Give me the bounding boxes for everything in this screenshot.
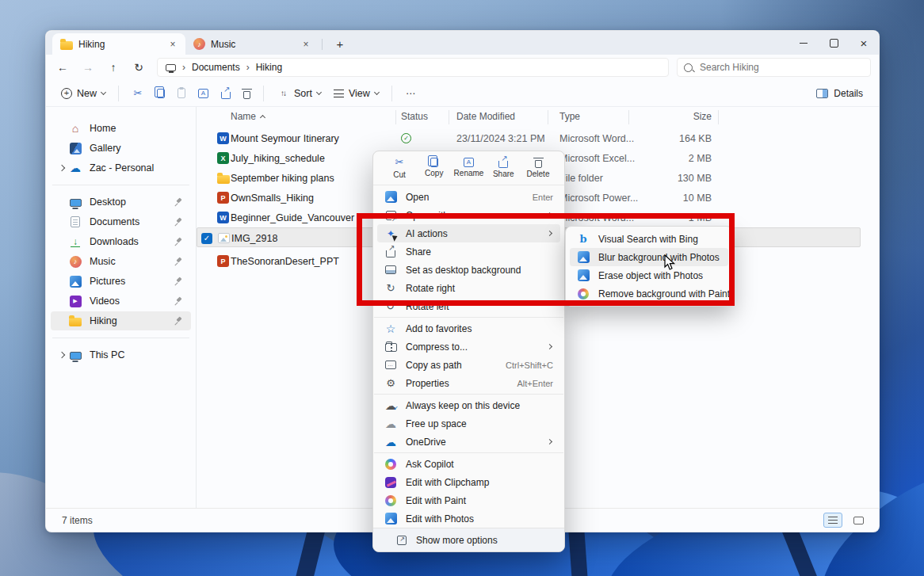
sidebar-item-desktop[interactable]: Desktop <box>51 193 191 212</box>
tab-hiking[interactable]: Hiking <box>52 33 185 55</box>
menu-item-open-with[interactable]: Open with <box>377 206 560 224</box>
close-button[interactable] <box>849 31 879 55</box>
quick-action-share[interactable]: Share <box>488 157 518 178</box>
share-button[interactable] <box>216 85 236 102</box>
copy-button[interactable] <box>151 86 170 101</box>
column-header-name[interactable]: Name <box>231 111 265 122</box>
menu-item-label: Compress to... <box>406 341 539 353</box>
cut-icon <box>393 156 406 169</box>
menu-item-rotate-right[interactable]: Rotate right <box>377 279 560 297</box>
menu-item-share[interactable]: Share <box>377 242 560 261</box>
breadcrumb-item-documents[interactable]: Documents <box>192 62 240 73</box>
column-header-type[interactable]: Type <box>559 111 580 122</box>
large-thumbnails-view-toggle[interactable] <box>849 513 868 528</box>
details-pane-button[interactable]: Details <box>810 85 869 102</box>
new-button[interactable]: New <box>55 85 111 102</box>
minimize-button[interactable] <box>788 31 819 55</box>
menu-item-shortcut: Alt+Enter <box>517 379 553 388</box>
photos-icon <box>385 513 397 525</box>
menu-item-ask-copilot[interactable]: Ask Copilot <box>377 455 560 473</box>
new-label: New <box>77 88 97 99</box>
menu-item-onedrive[interactable]: OneDrive <box>377 433 560 451</box>
sidebar-item-this-pc[interactable]: This PC <box>51 345 191 364</box>
file-name: September hiking plans <box>231 168 334 188</box>
header-separator <box>628 110 629 124</box>
up-button[interactable] <box>101 57 125 78</box>
submenu-item-erase-object-with-photos[interactable]: Erase object with Photos <box>570 266 728 284</box>
view-button[interactable]: View <box>328 85 384 102</box>
sidebar-item-documents[interactable]: Documents <box>51 212 191 231</box>
menu-item-edit-with-paint[interactable]: Edit with Paint <box>377 491 560 509</box>
submenu-item-visual-search-with-bing[interactable]: Visual Search with Bing <box>570 230 728 248</box>
menu-item-properties[interactable]: Properties Alt+Enter <box>377 374 560 392</box>
share-menu-icon <box>386 250 395 257</box>
check-synced-icon <box>401 133 411 143</box>
menu-item-free-up-space[interactable]: Free up space <box>377 414 560 433</box>
sidebar-item-zac-personal[interactable]: Zac - Personal <box>51 158 191 177</box>
submenu-item-remove-background-with-paint[interactable]: Remove background with Paint <box>570 284 728 303</box>
photos-icon <box>578 269 590 281</box>
new-tab-button[interactable]: + <box>330 34 349 53</box>
rename-button[interactable] <box>193 86 214 101</box>
maximize-button[interactable] <box>819 31 849 55</box>
menu-item-rotate-left[interactable]: Rotate left <box>377 297 560 315</box>
menu-item-label: Edit with Clipchamp <box>406 477 553 488</box>
breadcrumb-item-hiking[interactable]: Hiking <box>256 62 282 73</box>
search-input[interactable] <box>698 61 864 74</box>
quick-action-copy[interactable]: Copy <box>419 158 449 177</box>
back-button[interactable] <box>51 57 74 78</box>
quick-action-delete[interactable]: Delete <box>523 157 553 178</box>
close-tab-icon[interactable] <box>166 38 179 51</box>
breadcrumb[interactable]: Documents Hiking <box>157 58 669 77</box>
quick-action-rename[interactable]: Rename <box>454 158 484 177</box>
submenu-item-blur-background-with-photos[interactable]: Blur background with Photos <box>570 248 728 266</box>
sidebar-item-music[interactable]: Music <box>51 252 191 271</box>
menu-item-show-more-options[interactable]: Show more options <box>373 528 564 551</box>
delete-button[interactable] <box>238 85 256 102</box>
open-with-icon <box>386 211 396 220</box>
search-box[interactable] <box>677 58 871 77</box>
paste-button[interactable] <box>172 85 191 101</box>
forward-button[interactable] <box>76 57 100 78</box>
context-menu-items: Open Enter Open with AI actions Share Se… <box>373 185 564 528</box>
chevron-expand-icon[interactable] <box>55 353 68 357</box>
column-header-date-modified[interactable]: Date Modified <box>456 111 515 122</box>
cloud-outline-icon <box>384 418 397 430</box>
menu-item-copy-as-path[interactable]: Copy as path Ctrl+Shift+C <box>377 356 560 374</box>
file-size: 1 MB <box>609 208 712 227</box>
row-checkbox[interactable] <box>201 228 212 248</box>
column-header-size[interactable]: Size <box>609 111 712 122</box>
sidebar-item-downloads[interactable]: Downloads <box>51 232 191 251</box>
this-pc-icon <box>70 352 82 360</box>
menu-item-open[interactable]: Open Enter <box>377 188 560 206</box>
more-options-button[interactable] <box>399 84 423 103</box>
chevron-right-icon <box>182 62 185 73</box>
menu-item-set-as-desktop-background[interactable]: Set as desktop background <box>377 261 560 279</box>
sidebar-item-pictures[interactable]: Pictures <box>51 272 191 291</box>
close-tab-icon[interactable] <box>300 38 312 51</box>
menu-item-edit-with-clipchamp[interactable]: Edit with Clipchamp <box>377 473 560 491</box>
details-view-toggle[interactable] <box>823 513 842 528</box>
refresh-button[interactable] <box>127 57 151 78</box>
table-row-mount-seymour-itinerary[interactable]: Mount Seymour Itinerary 23/11/2024 3:21 … <box>197 128 879 148</box>
sidebar-item-gallery[interactable]: Gallery <box>51 139 191 158</box>
sidebar-item-videos[interactable]: Videos <box>51 292 191 311</box>
column-header-status[interactable]: Status <box>401 111 428 122</box>
view-toggles <box>823 513 868 528</box>
menu-item-add-to-favorites[interactable]: Add to favorites <box>377 319 560 338</box>
cut-button[interactable] <box>126 84 150 103</box>
tab-music[interactable]: Music <box>185 33 319 55</box>
sort-button[interactable]: Sort <box>271 84 326 103</box>
menu-item-compress-to[interactable]: Compress to... <box>377 338 560 356</box>
menu-item-always-keep-on-this-device[interactable]: Always keep on this device <box>377 396 560 414</box>
paste-icon <box>178 88 185 98</box>
quick-action-cut[interactable]: Cut <box>384 156 414 179</box>
word-icon <box>217 132 229 144</box>
chevron-expand-icon[interactable] <box>55 166 68 170</box>
sidebar-item-home[interactable]: Home <box>51 119 191 138</box>
pin-icon <box>174 316 183 326</box>
menu-item-edit-with-photos[interactable]: Edit with Photos <box>377 509 560 528</box>
menu-item-ai-actions[interactable]: AI actions <box>377 224 560 242</box>
music-icon <box>70 256 82 268</box>
sidebar-item-hiking[interactable]: Hiking <box>51 311 191 330</box>
